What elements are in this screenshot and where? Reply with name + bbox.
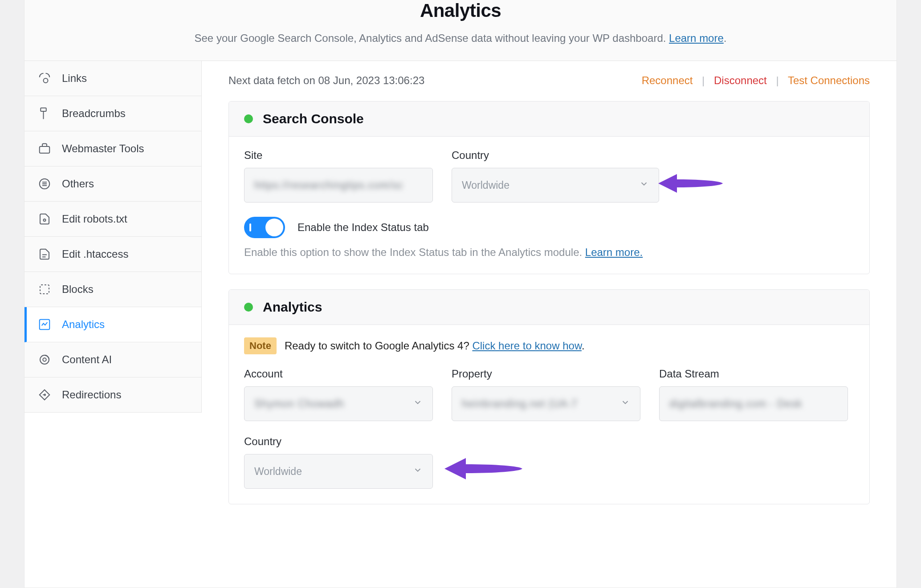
- main-content: Next data fetch on 08 Jun, 2023 13:06:23…: [202, 61, 897, 519]
- index-status-toggle[interactable]: [244, 217, 285, 238]
- note-suffix: .: [582, 340, 585, 352]
- top-links: Reconnect | Disconnect | Test Connection…: [642, 74, 870, 87]
- svg-rect-1: [41, 108, 46, 112]
- sidebar: Links Breadcrumbs Webmaster Tools: [24, 61, 202, 413]
- page-header: Analytics See your Google Search Console…: [24, 0, 897, 61]
- sidebar-item-label: Edit .htaccess: [62, 248, 128, 260]
- toggle-knob: [265, 219, 283, 236]
- toggle-row: Enable the Index Status tab: [244, 217, 854, 238]
- subtitle-suffix: .: [724, 32, 727, 44]
- note-badge: Note: [244, 337, 277, 354]
- chevron-down-icon: [620, 397, 630, 410]
- breadcrumbs-icon: [38, 107, 51, 120]
- card-title: Analytics: [263, 300, 322, 315]
- page-subtitle: See your Google Search Console, Analytic…: [42, 32, 879, 45]
- sidebar-item-breadcrumbs[interactable]: Breadcrumbs: [24, 96, 201, 131]
- disconnect-link[interactable]: Disconnect: [714, 74, 767, 86]
- data-stream-label: Data Stream: [659, 368, 848, 380]
- chevron-down-icon: [639, 179, 649, 191]
- separator: |: [702, 74, 705, 86]
- card-title: Search Console: [263, 111, 364, 126]
- property-field: Property heinbranding.net (UA-7: [452, 368, 640, 421]
- test-connections-link[interactable]: Test Connections: [788, 74, 870, 86]
- sidebar-item-label: Breadcrumbs: [62, 107, 126, 120]
- sidebar-item-analytics[interactable]: Analytics: [24, 307, 201, 342]
- svg-point-0: [44, 78, 48, 83]
- sidebar-item-edit-htaccess[interactable]: Edit .htaccess: [24, 237, 201, 272]
- help-text: Enable this option to show the Index Sta…: [244, 246, 854, 259]
- svg-point-13: [43, 358, 46, 361]
- sidebar-item-label: Webmaster Tools: [62, 142, 144, 155]
- ga4-link[interactable]: Click here to know how: [472, 340, 581, 352]
- status-dot-icon: [244, 303, 253, 312]
- sidebar-item-label: Content AI: [62, 353, 112, 366]
- field-row: Country Worldwide: [244, 435, 854, 489]
- status-dot-icon: [244, 114, 253, 123]
- learn-more-link[interactable]: Learn more.: [585, 246, 643, 258]
- account-value: Shymon Chowadh: [254, 398, 344, 410]
- site-value: https://researchingtips.com/sc: [254, 179, 403, 191]
- sidebar-item-webmaster-tools[interactable]: Webmaster Tools: [24, 131, 201, 166]
- sidebar-item-label: Edit robots.txt: [62, 213, 127, 225]
- account-select[interactable]: Shymon Chowadh: [244, 386, 433, 421]
- blocks-icon: [38, 283, 51, 296]
- separator: |: [776, 74, 778, 86]
- reconnect-link[interactable]: Reconnect: [642, 74, 693, 86]
- card-header: Search Console: [229, 101, 869, 137]
- card-header: Analytics: [229, 290, 869, 325]
- card-body: Note Ready to switch to Google Analytics…: [229, 325, 869, 504]
- country-value: Worldwide: [462, 179, 509, 191]
- svg-rect-3: [40, 146, 50, 153]
- annotation-arrow-icon: [658, 171, 723, 198]
- property-select[interactable]: heinbranding.net (UA-7: [452, 386, 640, 421]
- svg-point-8: [44, 219, 46, 221]
- list-circle-icon: [38, 177, 51, 191]
- sidebar-item-others[interactable]: Others: [24, 166, 201, 202]
- data-stream-field: Data Stream digitalbranding.com - Desk: [659, 368, 848, 421]
- field-row: Site https://researchingtips.com/sc Coun…: [244, 149, 854, 203]
- sidebar-item-label: Others: [62, 178, 94, 190]
- robots-file-icon: [38, 212, 51, 226]
- fetch-info: Next data fetch on 08 Jun, 2023 13:06:23: [228, 74, 424, 87]
- sidebar-item-links[interactable]: Links: [24, 61, 201, 96]
- analytics-icon: [38, 318, 51, 331]
- sidebar-item-label: Analytics: [62, 318, 105, 331]
- subtitle-text: See your Google Search Console, Analytic…: [195, 32, 669, 44]
- sidebar-item-label: Blocks: [62, 283, 94, 296]
- note-container: Ready to switch to Google Analytics 4? C…: [285, 340, 585, 352]
- site-label: Site: [244, 149, 433, 162]
- analytics-country-field: Country Worldwide: [244, 435, 433, 489]
- sidebar-item-content-ai[interactable]: Content AI: [24, 342, 201, 377]
- page-container: Analytics See your Google Search Console…: [24, 0, 897, 588]
- svg-rect-11: [40, 285, 49, 294]
- note-row: Note Ready to switch to Google Analytics…: [244, 337, 854, 354]
- help-prefix: Enable this option to show the Index Sta…: [244, 246, 585, 258]
- chevron-down-icon: [413, 397, 423, 410]
- layout: Links Breadcrumbs Webmaster Tools: [24, 61, 897, 519]
- country-label: Country: [452, 149, 659, 162]
- learn-more-link[interactable]: Learn more: [669, 32, 724, 44]
- top-row: Next data fetch on 08 Jun, 2023 13:06:23…: [228, 74, 870, 87]
- site-input[interactable]: https://researchingtips.com/sc: [244, 168, 433, 203]
- note-text: Ready to switch to Google Analytics 4?: [285, 340, 473, 352]
- sidebar-item-edit-robots[interactable]: Edit robots.txt: [24, 202, 201, 237]
- property-value: heinbranding.net (UA-7: [462, 398, 578, 410]
- country-select[interactable]: Worldwide: [452, 168, 659, 203]
- analytics-country-select[interactable]: Worldwide: [244, 454, 433, 489]
- search-console-card: Search Console Site https://researchingt…: [228, 101, 870, 274]
- account-field: Account Shymon Chowadh: [244, 368, 433, 421]
- country-label: Country: [244, 435, 433, 448]
- sidebar-item-redirections[interactable]: Redirections: [24, 377, 201, 413]
- links-icon: [38, 72, 51, 85]
- data-stream-select[interactable]: digitalbranding.com - Desk: [659, 386, 848, 421]
- content-ai-icon: [38, 353, 51, 366]
- country-field: Country Worldwide: [452, 149, 659, 203]
- sidebar-item-blocks[interactable]: Blocks: [24, 272, 201, 307]
- page-title: Analytics: [42, 0, 879, 21]
- country-value: Worldwide: [254, 466, 302, 478]
- annotation-arrow-icon: [444, 455, 522, 484]
- chevron-down-icon: [413, 465, 423, 478]
- card-body: Site https://researchingtips.com/sc Coun…: [229, 137, 869, 274]
- redirections-icon: [38, 388, 51, 401]
- field-row: Account Shymon Chowadh Property: [244, 368, 854, 421]
